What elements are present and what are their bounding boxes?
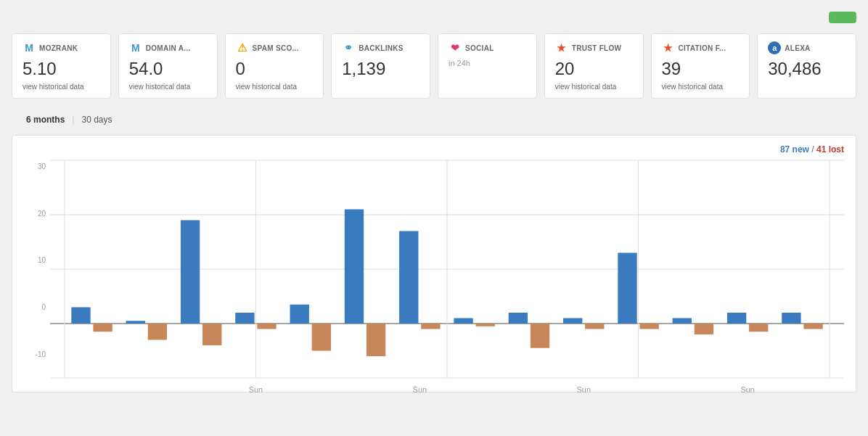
spam-icon: ⚠	[236, 41, 249, 54]
new-bar	[782, 313, 801, 324]
metric-card-spam_score: ⚠ SPAM SCO... 0 view historical data	[225, 33, 324, 99]
metrics-row: M MOZRANK 5.10 view historical data M DO…	[12, 33, 856, 99]
metric-label-backlinks: BACKLINKS	[359, 44, 404, 52]
metric-card-alexa: a ALEXA 30,486	[757, 33, 856, 99]
metric-value-domain_authority: 54.0	[129, 59, 207, 80]
new-bar	[673, 318, 692, 324]
moz-icon: M	[129, 41, 142, 54]
backlinks-icon: ⚭	[342, 41, 355, 54]
new-bar	[454, 318, 472, 324]
section-header: 6 months|30 days	[12, 113, 856, 126]
total-new: 87	[780, 144, 793, 155]
metric-link-trust_flow[interactable]: view historical data	[555, 83, 633, 91]
y-label: -10	[36, 351, 46, 358]
social-icon: ❤	[449, 41, 462, 54]
metric-link-domain_authority[interactable]: view historical data	[129, 83, 207, 91]
new-bar	[235, 313, 254, 324]
metric-card-trust_flow: ★ TRUST FLOW 20 view historical data	[544, 33, 644, 99]
metric-value-citation_flow: 39	[662, 59, 740, 80]
new-bar	[618, 252, 636, 324]
total-lost-suffix: lost	[829, 144, 844, 155]
y-label: 30	[38, 163, 46, 170]
chart-inner: SunSunSunSun	[50, 160, 844, 380]
time-filter-6-months[interactable]: 6 months	[23, 113, 67, 126]
alexa-icon: a	[768, 41, 781, 54]
y-label: 10	[38, 257, 46, 264]
metric-header: M DOMAIN A...	[129, 41, 207, 54]
metric-card-mozrank: M MOZRANK 5.10 view historical data	[12, 33, 111, 99]
y-label: 20	[38, 210, 46, 218]
lost-bar	[639, 324, 658, 329]
x-label: Sun	[577, 385, 591, 394]
lost-bar	[695, 324, 713, 334]
lost-bar	[749, 324, 768, 332]
metric-label-citation_flow: CITATION F...	[679, 44, 726, 52]
metric-value-backlinks: 1,139	[342, 59, 419, 80]
new-bar	[181, 220, 200, 324]
total-lost: 41	[816, 144, 829, 155]
total-new-suffix: new	[793, 144, 809, 155]
metric-link-spam_score[interactable]: view historical data	[236, 83, 314, 91]
citation-icon: ★	[662, 41, 675, 54]
metric-header: ❤ SOCIAL	[449, 41, 526, 54]
metric-label-domain_authority: DOMAIN A...	[146, 44, 191, 52]
metric-link-citation_flow[interactable]: view historical data	[662, 83, 740, 91]
metric-value-alexa: 30,486	[768, 59, 846, 80]
metric-header: ⚠ SPAM SCO...	[236, 41, 314, 54]
y-label: 0	[41, 304, 46, 311]
lost-bar	[257, 324, 276, 329]
new-bar	[563, 318, 582, 324]
lost-bar	[93, 324, 112, 332]
metric-header: ⚭ BACKLINKS	[342, 41, 419, 54]
lost-bar	[585, 324, 604, 329]
metric-value-spam_score: 0	[236, 59, 314, 80]
y-axis: 3020100-10	[24, 160, 50, 380]
new-bar	[509, 313, 528, 324]
metric-value-mozrank: 5.10	[22, 59, 100, 80]
time-filter-30-days[interactable]: 30 days	[78, 113, 115, 126]
lost-bar	[531, 324, 549, 348]
metric-card-domain_authority: M DOMAIN A... 54.0 view historical data	[118, 33, 218, 99]
metric-card-citation_flow: ★ CITATION F... 39 view historical data	[651, 33, 750, 99]
metric-label-spam_score: SPAM SCO...	[253, 44, 299, 52]
x-label: Sun	[413, 385, 427, 394]
metric-label-alexa: ALEXA	[785, 44, 810, 52]
new-bar	[290, 305, 309, 324]
lost-bar	[202, 324, 221, 345]
chart-container: 87 new / 41 lost 3020100-10 SunSunSunSun	[12, 135, 856, 392]
x-label: Sun	[249, 385, 263, 394]
metric-header: ★ TRUST FLOW	[555, 41, 633, 54]
lost-bar	[312, 324, 331, 351]
filter-divider: |	[72, 115, 74, 125]
metric-header: ★ CITATION F...	[662, 41, 740, 54]
metric-header: a ALEXA	[768, 41, 846, 54]
new-bar	[345, 209, 364, 324]
new-bar	[71, 307, 90, 324]
x-label: Sun	[740, 385, 754, 394]
metric-label-trust_flow: TRUST FLOW	[572, 44, 622, 52]
generate-pdf-button[interactable]	[829, 12, 856, 23]
lost-bar	[803, 324, 822, 329]
time-filters: 6 months|30 days	[23, 113, 115, 126]
lost-bar	[476, 324, 495, 326]
bar-chart-svg: SunSunSunSun	[50, 160, 844, 378]
metric-link-mozrank[interactable]: view historical data	[22, 83, 100, 91]
metric-sub-social: in 24h	[449, 59, 526, 67]
new-bar	[727, 313, 746, 324]
metric-card-social: ❤ SOCIAL in 24h	[438, 33, 537, 99]
trust-icon: ★	[555, 41, 568, 54]
new-bar	[126, 321, 145, 324]
lost-bar	[367, 324, 385, 356]
metric-value-trust_flow: 20	[555, 59, 633, 80]
moz-icon: M	[22, 41, 36, 54]
lost-bar	[421, 324, 440, 329]
metric-header: M MOZRANK	[22, 41, 100, 54]
new-bar	[399, 231, 418, 324]
chart-total: 87 new / 41 lost	[24, 144, 844, 155]
chart-area: 3020100-10 SunSunSunSun	[24, 160, 844, 380]
metric-label-social: SOCIAL	[465, 44, 494, 52]
lost-bar	[148, 324, 167, 340]
metric-label-mozrank: MOZRANK	[39, 44, 78, 52]
metric-card-backlinks: ⚭ BACKLINKS 1,139	[331, 33, 430, 99]
